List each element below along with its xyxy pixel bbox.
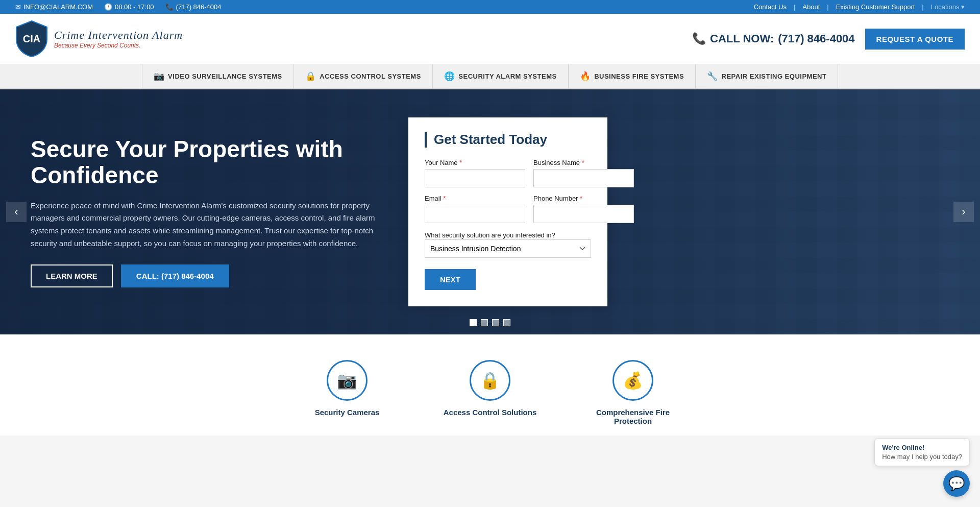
service-card-fire: 💰 Comprehensive Fire Protection <box>582 360 684 425</box>
top-bar-left: ✉ INFO@CIALARM.COM 🕐 08:00 - 17:00 📞 (71… <box>15 3 222 11</box>
services-section: 📷 Security Cameras 🔒 Access Control Solu… <box>0 334 980 436</box>
header: CIA Crime Intervention Alarm Because Eve… <box>0 14 980 64</box>
top-bar-right: Contact Us | About | Existing Customer S… <box>754 3 965 11</box>
next-button[interactable]: NEXT <box>425 269 476 290</box>
nav-label-fire: BUSINESS FIRE SYSTEMS <box>594 73 684 80</box>
cameras-icon-circle: 📷 <box>327 360 368 401</box>
access-name: Access Control Solutions <box>444 408 537 417</box>
hero-heading: Secure Your Properties with Confidence <box>31 136 388 188</box>
hero-prev-button[interactable]: ‹ <box>6 202 27 222</box>
nav-label-video: VIDEO SURVEILLANCE SYSTEMS <box>168 73 282 80</box>
nav-label-security: SECURITY ALARM SYSTEMS <box>458 73 556 80</box>
nav-item-access[interactable]: 🔒 ACCESS CONTROL SYSTEMS <box>294 64 433 88</box>
cameras-icon: 📷 <box>337 371 357 390</box>
hero-content: Secure Your Properties with Confidence E… <box>0 117 980 306</box>
nav-item-video[interactable]: 📷 VIDEO SURVEILLANCE SYSTEMS <box>142 64 294 88</box>
hero-buttons: LEARN MORE CALL: (717) 846-4004 <box>31 264 388 287</box>
topbar-phone: 📞 (717) 846-4004 <box>165 3 222 11</box>
access-nav-icon: 🔒 <box>305 71 316 82</box>
hero-dot-3[interactable] <box>492 319 499 326</box>
video-nav-icon: 📷 <box>154 71 165 82</box>
clock-icon: 🕐 <box>104 3 112 11</box>
logo-tagline: Because Every Second Counts. <box>54 42 183 49</box>
business-name-input[interactable] <box>533 169 634 187</box>
phone-label: Phone Number * <box>533 195 634 202</box>
nav-bar: 📷 VIDEO SURVEILLANCE SYSTEMS 🔒 ACCESS CO… <box>0 64 980 89</box>
your-name-label: Your Name * <box>425 159 525 166</box>
nav-label-access: ACCESS CONTROL SYSTEMS <box>320 73 421 80</box>
email-label: Email * <box>425 195 525 202</box>
nav-item-fire[interactable]: 🔥 BUSINESS FIRE SYSTEMS <box>569 64 696 88</box>
repair-nav-icon: 🔧 <box>707 71 718 82</box>
logo-title: Crime Intervention Alarm <box>54 29 183 42</box>
nav-item-repair[interactable]: 🔧 REPAIR EXISTING EQUIPMENT <box>696 64 838 88</box>
phone-icon: 📞 <box>692 32 706 45</box>
solution-select[interactable]: Business Intrusion Detection Video Surve… <box>425 239 591 258</box>
learn-more-button[interactable]: LEARN MORE <box>31 264 113 287</box>
call-now: 📞 CALL NOW: (717) 846-4004 <box>692 32 855 45</box>
nav-label-repair: REPAIR EXISTING EQUIPMENT <box>722 73 827 80</box>
about-link[interactable]: About <box>802 3 820 11</box>
call-button[interactable]: CALL: (717) 846-4004 <box>121 264 229 287</box>
hero-dot-1[interactable] <box>470 319 477 326</box>
phone-group: Phone Number * <box>533 195 634 223</box>
business-name-label: Business Name * <box>533 159 634 166</box>
cameras-name: Security Cameras <box>315 408 380 417</box>
your-name-group: Your Name * <box>425 159 525 187</box>
logo-shield: CIA <box>15 20 48 58</box>
header-right: 📞 CALL NOW: (717) 846-4004 REQUEST A QUO… <box>692 29 965 50</box>
hero-next-button[interactable]: › <box>953 202 974 222</box>
top-bar: ✉ INFO@CIALARM.COM 🕐 08:00 - 17:00 📞 (71… <box>0 0 980 14</box>
phone-input[interactable] <box>533 205 634 223</box>
email-icon: ✉ <box>15 3 21 11</box>
hero-dots <box>470 319 510 326</box>
hero-dot-2[interactable] <box>481 319 488 326</box>
solution-group: What security solution are you intereste… <box>425 230 591 258</box>
contact-us-link[interactable]: Contact Us <box>754 3 787 11</box>
solution-label: What security solution are you intereste… <box>425 231 555 239</box>
hero-section: ‹ Secure Your Properties with Confidence… <box>0 89 980 334</box>
request-quote-button[interactable]: REQUEST A QUOTE <box>865 29 965 50</box>
security-nav-icon: 🌐 <box>444 71 455 82</box>
your-name-input[interactable] <box>425 169 525 187</box>
business-name-group: Business Name * <box>533 159 634 187</box>
service-card-access: 🔒 Access Control Solutions <box>439 360 541 425</box>
hero-dot-4[interactable] <box>503 319 510 326</box>
logo-text: Crime Intervention Alarm Because Every S… <box>54 29 183 49</box>
fire-name: Comprehensive Fire Protection <box>582 408 684 425</box>
existing-customer-link[interactable]: Existing Customer Support <box>836 3 915 11</box>
logo-area[interactable]: CIA Crime Intervention Alarm Because Eve… <box>15 20 183 58</box>
email-input[interactable] <box>425 205 525 223</box>
form-row-name: Your Name * Business Name * <box>425 159 591 187</box>
form-title: Get Started Today <box>425 132 591 148</box>
form-row-contact: Email * Phone Number * <box>425 195 591 223</box>
access-icon: 🔒 <box>480 371 500 390</box>
nav-item-security[interactable]: 🌐 SECURITY ALARM SYSTEMS <box>433 64 569 88</box>
topbar-hours: 🕐 08:00 - 17:00 <box>104 3 154 11</box>
hero-text: Secure Your Properties with Confidence E… <box>31 136 388 287</box>
hero-description: Experience peace of mind with Crime Inte… <box>31 200 388 250</box>
locations-link[interactable]: Locations ▾ <box>931 3 965 11</box>
fire-icon-circle: 💰 <box>612 360 653 401</box>
phone-icon-small: 📞 <box>165 3 174 11</box>
service-card-cameras: 📷 Security Cameras <box>296 360 398 425</box>
fire-protection-icon: 💰 <box>623 371 643 390</box>
chevron-down-icon: ▾ <box>961 3 965 11</box>
fire-nav-icon: 🔥 <box>580 71 591 82</box>
svg-text:CIA: CIA <box>23 33 40 44</box>
get-started-form: Get Started Today Your Name * Business N… <box>408 117 607 306</box>
topbar-email: ✉ INFO@CIALARM.COM <box>15 3 93 11</box>
access-icon-circle: 🔒 <box>470 360 510 401</box>
email-group: Email * <box>425 195 525 223</box>
